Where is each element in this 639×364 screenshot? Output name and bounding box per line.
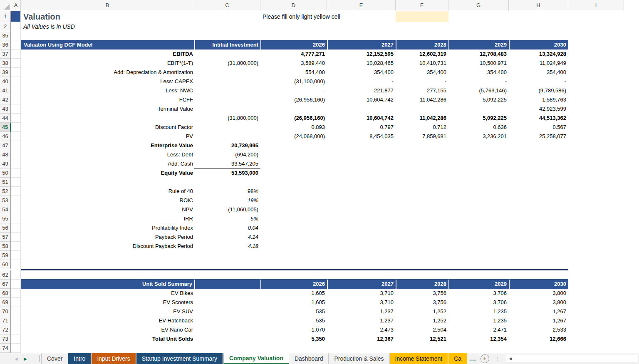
cell-B57[interactable]: Payback Period [21, 233, 194, 242]
cell-F39[interactable]: 354,400 [396, 68, 448, 77]
cell-F73[interactable]: 12,521 [396, 334, 448, 344]
table-header-cell-H67[interactable]: 2030 [509, 280, 568, 289]
cell-F41[interactable]: 277,155 [396, 86, 448, 95]
cell-G38[interactable]: 10,500,971 [448, 59, 509, 68]
cell-A67[interactable] [11, 280, 21, 289]
cell-E41[interactable]: 221,877 [327, 86, 396, 95]
row-header-59[interactable]: 59 [0, 251, 11, 260]
cell-B69[interactable]: EV Scooters [21, 298, 194, 307]
row-header-37[interactable]: 37 [0, 50, 11, 59]
cell-B48[interactable]: Less: Debt [21, 150, 194, 159]
row-header-52[interactable]: 52 [0, 187, 11, 196]
cell-B71[interactable]: EV Hatchback [21, 316, 194, 325]
cell-C44[interactable]: (31,800,000) [194, 114, 260, 123]
cell-A49[interactable] [11, 159, 21, 168]
cell-F46[interactable]: 7,859,681 [396, 132, 448, 141]
cell-G71[interactable]: 1,235 [448, 316, 509, 325]
cell-D45[interactable]: 0.893 [260, 123, 327, 132]
cell-E69[interactable]: 3,710 [327, 298, 396, 307]
cell-F38[interactable]: 10,410,731 [396, 59, 448, 68]
cell-B68[interactable]: EV Bikes [21, 289, 194, 298]
cell-B72[interactable]: EV Nano Car [21, 325, 194, 334]
cell-C58[interactable]: 4.18 [194, 242, 260, 251]
row-header-49[interactable]: 49 [0, 159, 11, 168]
row-header-55[interactable]: 55 [0, 214, 11, 223]
add-sheet-button[interactable]: + [480, 354, 489, 363]
col-header-D[interactable]: D [260, 0, 327, 11]
cell-D38[interactable]: 3,589,440 [260, 59, 327, 68]
cell-E72[interactable]: 2,473 [327, 325, 396, 334]
cell-D41[interactable]: - [260, 86, 327, 95]
cell-A39[interactable] [11, 68, 21, 77]
row-header-2[interactable]: 2 [0, 22, 11, 31]
cell-D42[interactable]: (26,956,160) [260, 95, 327, 104]
cell-E71[interactable]: 1,237 [327, 316, 396, 325]
cell-H73[interactable]: 12,666 [509, 334, 568, 344]
row-header-56[interactable]: 56 [0, 223, 11, 233]
cell-H38[interactable]: 11,024,949 [509, 59, 568, 68]
cell-A62[interactable] [11, 270, 21, 280]
table-header-cell-C36[interactable]: Intitial Investment [194, 40, 260, 50]
cell-A41[interactable] [11, 86, 21, 95]
row-header-73[interactable]: 73 [0, 334, 11, 344]
row-header-46[interactable]: 46 [0, 132, 11, 141]
cell-F72[interactable]: 2,504 [396, 325, 448, 334]
cell-B54[interactable]: NPV [21, 205, 194, 214]
cell-H45[interactable]: 0.567 [509, 123, 568, 132]
cell-D72[interactable]: 1,070 [260, 325, 327, 334]
cell-B43[interactable]: Terminal Value [21, 104, 194, 114]
cell-B42[interactable]: FCFF [21, 95, 194, 104]
row-header-36[interactable]: 36 [0, 40, 11, 50]
sheet-tab-startup-investment-summary[interactable]: Startup Investment Summary [136, 353, 223, 364]
cell-F37[interactable]: 12,602,319 [396, 50, 448, 59]
cell-H72[interactable]: 2,533 [509, 325, 568, 334]
cell-B46[interactable]: PV [21, 132, 194, 141]
table-header-cell-D36[interactable]: 2026 [260, 40, 327, 50]
cell-B38[interactable]: EBIT*(1-T) [21, 59, 194, 68]
row-header-51[interactable]: 51 [0, 178, 11, 187]
cell-E37[interactable]: 12,152,595 [327, 50, 396, 59]
cell-B41[interactable]: Less: NWC [21, 86, 194, 95]
scroll-left-icon[interactable]: ◀ [506, 357, 515, 361]
cell-C38[interactable]: (31,800,000) [194, 59, 260, 68]
cell-A54[interactable] [11, 205, 21, 214]
cell-G42[interactable]: 5,092,225 [448, 95, 509, 104]
tabs-scroll-right-icon[interactable]: ▶ [21, 353, 30, 364]
table-header-cell-G36[interactable]: 2029 [448, 40, 509, 50]
cell-A51[interactable] [11, 178, 21, 187]
cell-H41[interactable]: (9,789,586) [509, 86, 568, 95]
horizontal-scrollbar[interactable]: ◀ [506, 355, 639, 362]
cell-A48[interactable] [11, 150, 21, 159]
cell-D69[interactable]: 1,605 [260, 298, 327, 307]
cell-G70[interactable]: 1,235 [448, 307, 509, 316]
sheet-tab-input-drivers[interactable]: Input Drivers [92, 353, 135, 364]
cell-A50[interactable] [11, 168, 21, 178]
cell-A46[interactable] [11, 132, 21, 141]
cell-C57[interactable]: 4.14 [194, 233, 260, 242]
cell-B49[interactable]: Add: Cash [21, 159, 194, 168]
cell-E68[interactable]: 3,710 [327, 289, 396, 298]
row-header-72[interactable]: 72 [0, 325, 11, 334]
cell-A69[interactable] [11, 298, 21, 307]
cell-A40[interactable] [11, 77, 21, 86]
cell-H44[interactable]: 44,513,362 [509, 114, 568, 123]
cell-C55[interactable]: 5% [194, 214, 260, 223]
cell-G45[interactable]: 0.636 [448, 123, 509, 132]
cell-E42[interactable]: 10,604,742 [327, 95, 396, 104]
cell-A58[interactable] [11, 242, 21, 251]
row-header-35[interactable]: 35 [0, 31, 11, 40]
sheet-tab-cover[interactable]: Cover [41, 353, 68, 364]
sheet-tab-intro[interactable]: Intro [68, 353, 91, 364]
cell-H40[interactable]: - [509, 77, 568, 86]
fill-instruction-note[interactable]: Please fill only light yellow cell [263, 11, 340, 22]
row-header-70[interactable]: 70 [0, 307, 11, 316]
cell-B55[interactable]: IRR [21, 214, 194, 223]
cell-A55[interactable] [11, 214, 21, 223]
row-header-48[interactable]: 48 [0, 150, 11, 159]
sheet-tab-company-valuation[interactable]: Company Valuation [223, 353, 289, 364]
row-header-38[interactable]: 38 [0, 59, 11, 68]
cell-H42[interactable]: 1,589,763 [509, 95, 568, 104]
cell-B39[interactable]: Add: Depreciation & Amortization [21, 68, 194, 77]
sheet-tab-ca[interactable]: Ca [448, 353, 467, 364]
cell-E40[interactable]: - [327, 77, 396, 86]
